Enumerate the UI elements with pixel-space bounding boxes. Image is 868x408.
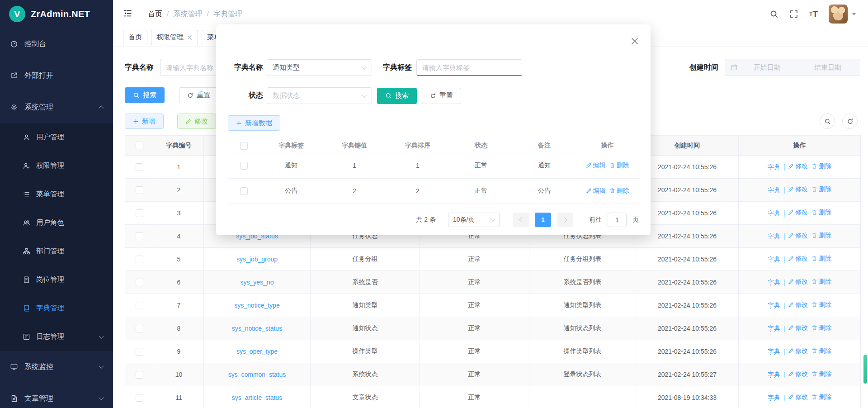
row-edit-link[interactable]: 修改 (788, 278, 808, 286)
dialog-dict-name-select[interactable]: 通知类型 (267, 59, 372, 76)
select-all-checkbox[interactable] (240, 142, 248, 150)
dict-data-link[interactable]: 字典 (768, 325, 780, 333)
breadcrumb-home[interactable]: 首页 (148, 9, 162, 19)
sidebar-item-dictionaries[interactable]: 字典管理 (0, 294, 113, 323)
dict-data-link[interactable]: 字典 (768, 232, 780, 241)
row-checkbox[interactable] (136, 325, 143, 332)
dict-name-link[interactable]: sys_yes_no (241, 279, 274, 286)
dict-name-link[interactable]: sys_notice_status (232, 325, 282, 332)
dict-data-link[interactable]: 字典 (768, 394, 780, 402)
dict-data-link[interactable]: 字典 (768, 302, 780, 310)
row-delete-link[interactable]: 删除 (811, 255, 831, 263)
dict-data-link[interactable]: 字典 (768, 279, 780, 287)
dict-data-link[interactable]: 字典 (768, 256, 780, 264)
dialog-status-select[interactable]: 数据状态 (267, 87, 372, 104)
next-page-button[interactable] (557, 213, 573, 227)
row-delete-link[interactable]: 删除 (609, 161, 629, 170)
page-size-select[interactable]: 10条/页 (448, 213, 500, 227)
dict-data-link[interactable]: 字典 (768, 371, 780, 379)
sidebar-item-monitor[interactable]: 系统监控 (0, 351, 113, 383)
sidebar-item-menus[interactable]: 菜单管理 (0, 180, 113, 209)
row-checkbox[interactable] (136, 163, 143, 171)
dialog-dict-label-input[interactable] (416, 59, 522, 76)
close-icon[interactable] (187, 35, 193, 40)
refresh-button[interactable] (842, 114, 858, 129)
dict-data-link[interactable]: 字典 (768, 163, 780, 171)
row-checkbox[interactable] (240, 162, 248, 170)
close-icon[interactable] (631, 37, 639, 45)
row-checkbox[interactable] (136, 394, 143, 402)
row-delete-link[interactable]: 删除 (811, 347, 831, 355)
row-delete-link[interactable]: 删除 (811, 209, 831, 217)
dialog-add-data-button[interactable]: 新增数据 (228, 115, 280, 131)
select-all-checkbox[interactable] (136, 142, 143, 149)
dialog-reset-button[interactable]: 重置 (422, 88, 461, 104)
sidebar-item-posts[interactable]: 岗位管理 (0, 266, 113, 294)
row-checkbox[interactable] (136, 186, 143, 194)
row-edit-link[interactable]: 修改 (788, 185, 808, 194)
row-delete-link[interactable]: 删除 (609, 187, 629, 195)
row-edit-link[interactable]: 修改 (788, 393, 808, 401)
sidebar-item-external[interactable]: 外部打开 (0, 60, 113, 91)
row-edit-link[interactable]: 修改 (788, 347, 808, 355)
row-checkbox[interactable] (136, 256, 143, 263)
row-delete-link[interactable]: 删除 (811, 232, 831, 240)
row-delete-link[interactable]: 删除 (811, 301, 831, 309)
sidebar-item-users[interactable]: 用户管理 (0, 123, 113, 152)
prev-page-button[interactable] (513, 213, 529, 227)
sidebar-item-dashboard[interactable]: 控制台 (0, 28, 113, 60)
create-time-range-picker[interactable]: 开始日期 - 结束日期 (725, 59, 860, 76)
sidebar-item-logs[interactable]: 日志管理 (0, 323, 113, 351)
row-checkbox[interactable] (136, 279, 143, 286)
dict-data-link[interactable]: 字典 (768, 348, 780, 356)
dict-name-link[interactable]: sys_common_status (228, 371, 286, 378)
row-edit-link[interactable]: 编辑 (586, 187, 606, 195)
search-toggle-button[interactable] (820, 114, 835, 129)
row-edit-link[interactable]: 修改 (788, 301, 808, 309)
sidebar-item-permissions[interactable]: 权限管理 (0, 152, 113, 180)
goto-page-input[interactable] (608, 213, 627, 227)
sidebar-item-roles[interactable]: 用户角色 (0, 209, 113, 237)
sidebar-item-articles[interactable]: 文章管理 (0, 383, 113, 408)
sidebar-item-system[interactable]: 系统管理 (0, 91, 113, 123)
row-checkbox[interactable] (136, 232, 143, 240)
dict-name-link[interactable]: sys_notice_type (234, 302, 279, 309)
row-edit-link[interactable]: 修改 (788, 255, 808, 263)
row-delete-link[interactable]: 删除 (811, 162, 831, 171)
row-edit-link[interactable]: 修改 (788, 162, 808, 171)
fullscreen-icon[interactable] (789, 9, 798, 19)
dict-data-link[interactable]: 字典 (768, 186, 780, 195)
search-button[interactable]: 搜索 (125, 87, 165, 103)
row-checkbox[interactable] (136, 209, 143, 217)
row-checkbox[interactable] (136, 348, 143, 356)
row-delete-link[interactable]: 删除 (811, 278, 831, 286)
dict-name-link[interactable]: sys_oper_type (236, 348, 278, 355)
row-delete-link[interactable]: 删除 (811, 393, 831, 401)
tab-home[interactable]: 首页 (123, 30, 147, 45)
tab-permissions[interactable]: 权限管理 (151, 30, 198, 45)
dialog-search-button[interactable]: 搜索 (377, 88, 417, 104)
edit-button[interactable]: 修改 (177, 114, 216, 129)
row-checkbox[interactable] (136, 371, 143, 379)
row-edit-link[interactable]: 修改 (788, 324, 808, 332)
dict-data-link[interactable]: 字典 (768, 209, 780, 218)
sidebar-item-departments[interactable]: 部门管理 (0, 237, 113, 266)
reset-button[interactable]: 重置 (179, 87, 218, 103)
row-delete-link[interactable]: 删除 (811, 185, 831, 194)
add-button[interactable]: 新增 (125, 114, 164, 129)
dict-name-link[interactable]: sys_article_status (232, 394, 282, 401)
row-checkbox[interactable] (240, 187, 248, 195)
row-checkbox[interactable] (136, 302, 143, 309)
row-edit-link[interactable]: 修改 (788, 370, 808, 378)
scrollbar-thumb[interactable] (863, 355, 867, 384)
font-size-icon[interactable]: TT (809, 9, 818, 19)
search-icon[interactable] (769, 9, 778, 19)
row-delete-link[interactable]: 删除 (811, 370, 831, 378)
row-delete-link[interactable]: 删除 (811, 324, 831, 332)
caret-down-icon[interactable] (852, 13, 856, 15)
avatar[interactable] (829, 5, 848, 24)
row-edit-link[interactable]: 编辑 (586, 161, 606, 170)
row-edit-link[interactable]: 修改 (788, 232, 808, 240)
menu-fold-icon[interactable] (123, 9, 132, 20)
row-edit-link[interactable]: 修改 (788, 209, 808, 217)
